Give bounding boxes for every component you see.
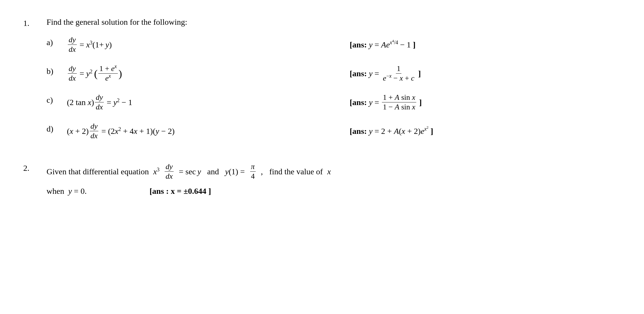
q2-intro-after: find the value of (269, 167, 323, 176)
frac-dy-dx-b: dy dx (68, 64, 77, 83)
question-1-block: 1. Find the general solution for the fol… (23, 17, 621, 151)
answer-a: [ans: y = Aex4/4 − 1 ] (338, 40, 621, 49)
question-1-intro: Find the general solution for the follow… (47, 17, 621, 27)
frac-dy-dx-a: dy dx (68, 36, 77, 54)
sub-label-b: b) (47, 64, 67, 76)
sub-content-c: (2 tan x) dy dx = y2 − 1 [ans: y = 1 + A… (67, 93, 621, 111)
frac-dy-dx-d: dy dx (90, 122, 99, 140)
sub-question-d: d) (x + 2) dy dx = (2x2 + 4x + 1)(y − 2)… (47, 122, 621, 140)
question-1-number: 1. (23, 17, 47, 28)
sub-label-a: a) (47, 36, 67, 47)
sub-question-a: a) dy dx = x3(1+ y) [ans: y = Aex4/4 − 1… (47, 36, 621, 54)
frac-dy-dx-q2: dy dx (165, 162, 174, 181)
sub-content-a: dy dx = x3(1+ y) [ans: y = Aex4/4 − 1 ] (67, 36, 621, 54)
frac-b-inner: 1 + ex ex (98, 64, 118, 83)
sub-label-d: d) (47, 122, 67, 134)
equation-c: (2 tan x) dy dx = y2 − 1 (67, 93, 338, 111)
page-content: 1. Find the general solution for the fol… (23, 17, 621, 196)
sub-content-d: (x + 2) dy dx = (2x2 + 4x + 1)(y − 2) [a… (67, 122, 621, 140)
sub-content-b: dy dx = y2 ( 1 + ex ex ) [ans: (67, 64, 621, 83)
frac-answer-c: 1 + A sin x 1 − A sin x (382, 93, 416, 111)
answer-d: [ans: y = 2 + A(x + 2)ex2 ] (338, 127, 621, 136)
question-2-number: 2. (23, 162, 47, 173)
question-2-when-line: when y = 0. [ans : x = ±0.644 ] (47, 187, 621, 196)
q2-answer: [ans : x = ±0.644 ] (150, 187, 211, 196)
sub-question-b: b) dy dx = y2 ( 1 + ex ex (47, 64, 621, 83)
question-1-content: Find the general solution for the follow… (47, 17, 621, 151)
frac-pi-4: π 4 (250, 162, 256, 181)
q2-intro: Given that differential equation (47, 167, 149, 176)
equation-b: dy dx = y2 ( 1 + ex ex ) (67, 64, 338, 83)
equation-a: dy dx = x3(1+ y) (67, 36, 338, 54)
question-2-main-line: Given that differential equation x3 dy d… (47, 162, 621, 181)
question-2-block: 2. Given that differential equation x3 d… (23, 162, 621, 196)
frac-dy-dx-c: dy dx (95, 93, 104, 111)
question-2-content: Given that differential equation x3 dy d… (47, 162, 621, 196)
answer-b: [ans: y = 1 e−x − x + c ] (338, 64, 621, 83)
sub-question-c: c) (2 tan x) dy dx = y2 − 1 [ans: y = (47, 93, 621, 111)
sub-label-c: c) (47, 93, 67, 105)
equation-d: (x + 2) dy dx = (2x2 + 4x + 1)(y − 2) (67, 122, 338, 140)
frac-answer-b: 1 e−x − x + c (382, 64, 415, 83)
answer-c: [ans: y = 1 + A sin x 1 − A sin x ] (338, 93, 621, 111)
